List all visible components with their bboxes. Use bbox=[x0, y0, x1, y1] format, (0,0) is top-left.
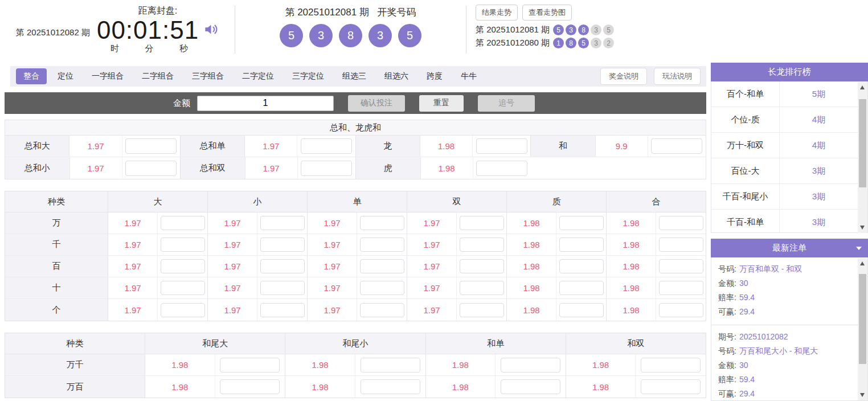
tab-item[interactable]: 三字组合 bbox=[185, 68, 231, 84]
orders-scrollbar[interactable] bbox=[858, 258, 867, 400]
trend-button[interactable]: 结果走势 bbox=[476, 5, 518, 21]
bet-cell: 1.98 bbox=[606, 234, 706, 255]
bet-cell: 1.97 bbox=[407, 277, 506, 298]
bet-amount-input[interactable] bbox=[220, 358, 280, 373]
trend-button[interactable]: 查看走势图 bbox=[522, 5, 572, 21]
confirm-bet-button[interactable]: 确认投注 bbox=[348, 95, 405, 112]
scroll-down-icon[interactable] bbox=[860, 226, 865, 230]
scrollbar-thumb[interactable] bbox=[859, 274, 866, 364]
order-field-value: 20251012082 bbox=[739, 332, 788, 341]
bet-amount-input[interactable] bbox=[161, 259, 205, 273]
countdown-units: 时 分 秒 bbox=[97, 43, 205, 54]
scroll-up-icon[interactable] bbox=[860, 85, 865, 89]
scroll-up-icon[interactable] bbox=[860, 261, 865, 265]
history-ball: 3 bbox=[566, 24, 576, 35]
bet-amount-input[interactable] bbox=[161, 281, 205, 295]
bet-amount-input[interactable] bbox=[260, 259, 305, 273]
bet-amount-input[interactable] bbox=[501, 358, 560, 373]
dragon-row[interactable]: 个位-质4期 bbox=[711, 107, 858, 133]
bet-amount-input[interactable] bbox=[641, 379, 701, 394]
bet-input-cell bbox=[556, 299, 606, 321]
column-header: 和双 bbox=[566, 333, 706, 354]
bet-amount-input[interactable] bbox=[559, 216, 604, 230]
help-button[interactable]: 奖金说明 bbox=[600, 68, 647, 85]
bet-amount-input[interactable] bbox=[220, 379, 280, 394]
bet-amount-input[interactable] bbox=[501, 379, 560, 394]
bet-amount-input[interactable] bbox=[460, 303, 504, 317]
tab-item[interactable]: 牛牛 bbox=[453, 68, 484, 84]
dragon-ranking-panel: 长龙排行榜 百个-和单5期个位-质4期万十-和双4期百位-大3期千百-和尾小3期… bbox=[711, 63, 868, 233]
scrollbar-thumb[interactable] bbox=[859, 99, 866, 187]
dragon-row[interactable]: 百位-大3期 bbox=[711, 158, 858, 184]
bet-amount-input[interactable] bbox=[301, 138, 352, 154]
bet-amount-input[interactable] bbox=[460, 281, 504, 295]
tab-item[interactable]: 一字组合 bbox=[84, 68, 131, 84]
reset-button[interactable]: 重置 bbox=[419, 95, 464, 112]
dragon-row[interactable]: 千百-和单3期 bbox=[711, 210, 858, 233]
bet-amount-input[interactable] bbox=[360, 259, 404, 273]
history-ball: 8 bbox=[566, 38, 576, 48]
dragon-list: 百个-和单5期个位-质4期万十-和双4期百位-大3期千百-和尾小3期千百-和单3… bbox=[711, 81, 868, 233]
tab-item[interactable]: 跨度 bbox=[419, 68, 450, 84]
bet-amount-input[interactable] bbox=[301, 161, 352, 176]
tab-item[interactable]: 组选三 bbox=[335, 68, 374, 84]
dragon-row[interactable]: 千百-和尾小3期 bbox=[711, 184, 858, 210]
row-label: 万千 bbox=[5, 354, 145, 375]
bet-amount-input[interactable] bbox=[559, 259, 604, 273]
bet-amount-input[interactable] bbox=[360, 303, 404, 317]
dragon-scrollbar[interactable] bbox=[858, 82, 867, 233]
chase-number-button[interactable]: 追号 bbox=[478, 95, 535, 112]
bet-amount-input[interactable] bbox=[476, 138, 527, 154]
bet-amount-input[interactable] bbox=[659, 238, 703, 252]
play-tab-bar: 整合定位一字组合二字组合三字组合二字定位三字定位组选三组选六跨度牛牛 奖金说明玩… bbox=[10, 66, 706, 87]
tab-item[interactable]: 三字定位 bbox=[285, 68, 331, 84]
tab-item[interactable]: 二字定位 bbox=[235, 68, 281, 84]
bet-amount-input[interactable] bbox=[659, 303, 703, 317]
latest-orders-panel: 最新注单 号码:万百和单双 - 和双金额:30赔率:59.4可赢:29.4期号:… bbox=[711, 239, 868, 401]
bet-amount-input[interactable] bbox=[260, 238, 305, 252]
bet-amount-input[interactable] bbox=[161, 238, 205, 252]
amount-input[interactable] bbox=[197, 96, 334, 111]
bet-amount-input[interactable] bbox=[659, 259, 703, 273]
bet-amount-input[interactable] bbox=[476, 161, 527, 176]
bet-amount-input[interactable] bbox=[260, 281, 305, 295]
dragon-row[interactable]: 万十-和双4期 bbox=[711, 133, 858, 158]
help-button[interactable]: 玩法说明 bbox=[654, 68, 701, 85]
tab-item[interactable]: 组选六 bbox=[377, 68, 416, 84]
help-buttons: 奖金说明玩法说明 bbox=[600, 68, 701, 85]
bet-amount-input[interactable] bbox=[161, 303, 205, 317]
bet-cell: 1.98 bbox=[606, 299, 706, 321]
bet-cell: 1.98 bbox=[506, 212, 606, 234]
bet-amount-input[interactable] bbox=[361, 358, 420, 373]
chevron-down-icon[interactable] bbox=[856, 247, 862, 250]
bet-amount-input[interactable] bbox=[460, 216, 504, 230]
bet-input-cell bbox=[357, 299, 407, 321]
bet-amount-input[interactable] bbox=[360, 281, 404, 295]
dragon-row[interactable]: 百个-和单5期 bbox=[711, 81, 858, 107]
bet-amount-input[interactable] bbox=[460, 259, 504, 273]
column-header: 种类 bbox=[5, 191, 108, 212]
bet-amount-input[interactable] bbox=[641, 358, 701, 373]
scroll-down-icon[interactable] bbox=[860, 393, 865, 397]
bet-amount-input[interactable] bbox=[161, 216, 205, 230]
bet-amount-input[interactable] bbox=[361, 379, 420, 394]
bet-amount-input[interactable] bbox=[659, 281, 703, 295]
order-field-value: 万百和单双 - 和双 bbox=[739, 264, 802, 273]
bet-amount-input[interactable] bbox=[260, 216, 305, 230]
bet-amount-input[interactable] bbox=[559, 281, 604, 295]
bet-amount-input[interactable] bbox=[125, 138, 177, 154]
bet-amount-input[interactable] bbox=[659, 216, 703, 230]
bet-amount-input[interactable] bbox=[360, 216, 404, 230]
bet-amount-input[interactable] bbox=[125, 161, 177, 176]
bet-amount-input[interactable] bbox=[460, 238, 504, 252]
tab-item[interactable]: 定位 bbox=[50, 68, 81, 84]
bet-amount-input[interactable] bbox=[360, 238, 404, 252]
bet-amount-input[interactable] bbox=[559, 303, 604, 317]
bet-amount-input[interactable] bbox=[559, 238, 604, 252]
tab-item[interactable]: 二字组合 bbox=[134, 68, 181, 84]
speaker-icon[interactable] bbox=[203, 22, 219, 39]
bet-amount-input[interactable] bbox=[651, 138, 702, 154]
bet-amount-input[interactable] bbox=[260, 303, 305, 317]
bet-input-cell bbox=[297, 136, 355, 157]
tab-item[interactable]: 整合 bbox=[16, 68, 47, 84]
